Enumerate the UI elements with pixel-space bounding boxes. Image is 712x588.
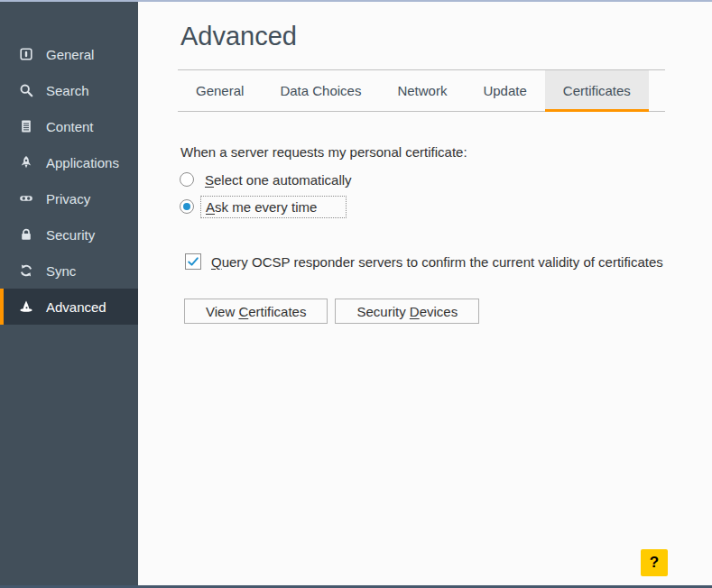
ocsp-checkbox-label[interactable]: Query OCSP responder servers to confirm … (211, 254, 663, 270)
sidebar-item-label: Privacy (46, 191, 90, 207)
advanced-icon (19, 299, 33, 314)
advanced-tab-strip: General Data Choices Network Update Cert… (178, 69, 665, 112)
options-window: General Search Content Applications Priv (0, 0, 712, 588)
certificate-buttons: View Certificates Security Devices (184, 299, 486, 324)
tab-update[interactable]: Update (465, 70, 544, 111)
category-sidebar: General Search Content Applications Priv (0, 2, 138, 585)
tab-general[interactable]: General (178, 70, 262, 111)
radio-ask-every-time[interactable]: Ask me every time (180, 196, 347, 217)
radio-label[interactable]: Ask me every time (200, 196, 347, 218)
radio-label[interactable]: Select one automatically (205, 172, 352, 188)
sync-icon (19, 263, 33, 278)
security-devices-button[interactable]: Security Devices (335, 299, 479, 324)
tab-network[interactable]: Network (379, 70, 465, 111)
sidebar-item-sync[interactable]: Sync (0, 253, 138, 289)
privacy-icon (19, 191, 33, 206)
tab-data-choices[interactable]: Data Choices (262, 70, 379, 111)
applications-icon (19, 155, 33, 170)
sidebar-item-search[interactable]: Search (0, 72, 138, 108)
general-icon (19, 47, 33, 61)
security-icon (19, 227, 33, 242)
radio-circle[interactable] (180, 172, 194, 187)
sidebar-item-privacy[interactable]: Privacy (0, 180, 138, 216)
sidebar-item-label: Security (46, 227, 95, 243)
sidebar-item-advanced[interactable]: Advanced (0, 289, 138, 325)
tab-certificates[interactable]: Certificates (545, 70, 649, 111)
sidebar-item-label: General (46, 47, 94, 62)
sidebar-item-label: Search (46, 83, 89, 98)
sidebar-item-label: Advanced (46, 299, 106, 315)
page-title: Advanced (180, 22, 297, 51)
sidebar-item-security[interactable]: Security (0, 216, 138, 253)
sidebar-item-content[interactable]: Content (0, 108, 138, 144)
ocsp-checkbox[interactable] (185, 253, 201, 270)
sidebar-item-label: Sync (46, 263, 76, 279)
help-button[interactable]: ? (641, 549, 668, 576)
checkmark-icon (187, 255, 199, 268)
sidebar-item-label: Content (46, 119, 94, 134)
sidebar-item-general[interactable]: General (0, 36, 138, 72)
sidebar-item-applications[interactable]: Applications (0, 144, 138, 180)
sidebar-item-label: Applications (46, 155, 119, 170)
radio-circle[interactable] (180, 199, 194, 214)
search-icon (19, 83, 33, 97)
radio-select-automatically[interactable]: Select one automatically (180, 169, 352, 190)
ocsp-checkbox-row[interactable]: Query OCSP responder servers to confirm … (185, 253, 663, 270)
cert-request-question: When a server requests my personal certi… (180, 144, 467, 160)
content-icon (19, 119, 33, 133)
preferences-pane: Advanced General Data Choices Network Up… (138, 2, 712, 585)
view-certificates-button[interactable]: View Certificates (184, 299, 328, 324)
